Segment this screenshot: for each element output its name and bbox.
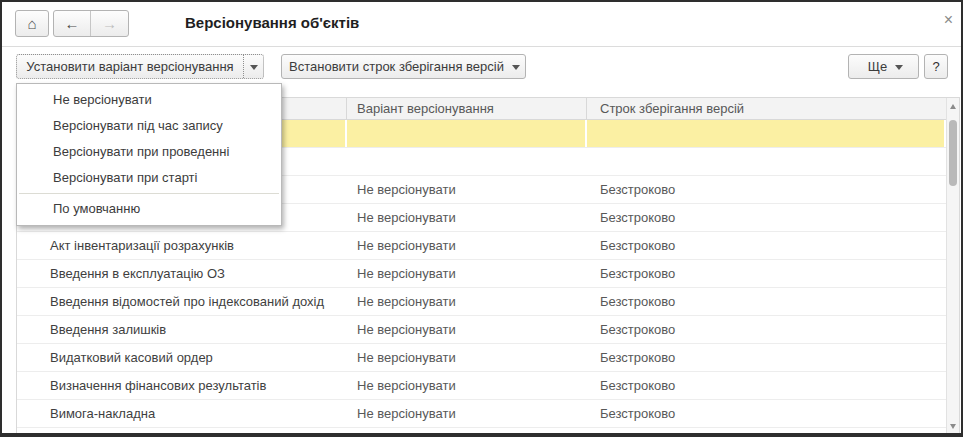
- menu-item[interactable]: Версіонувати при старті: [17, 165, 281, 191]
- close-icon[interactable]: ×: [944, 12, 953, 28]
- set-versioning-variant-button[interactable]: Установити варіант версіонування: [16, 54, 264, 79]
- retention-term-cell: Безстроково: [587, 260, 946, 287]
- table-row[interactable]: Акт інвентаризації розрахунківНе версіон…: [17, 232, 946, 260]
- help-button[interactable]: ?: [924, 54, 948, 79]
- table-row[interactable]: Введення залишківНе версіонуватиБезстрок…: [17, 316, 946, 344]
- menu-item[interactable]: Версіонувати при проведенні: [17, 139, 281, 165]
- table-row[interactable]: Видатковий касовий ордерНе версіонуватиБ…: [17, 344, 946, 372]
- scroll-up-button[interactable]: [947, 99, 959, 114]
- table-row[interactable]: Введення в експлуатацію ОЗНе версіонуват…: [17, 260, 946, 288]
- table-row[interactable]: Визначення фінансових результатівНе верс…: [17, 372, 946, 400]
- versioning-variant-cell: Не версіонувати: [347, 260, 587, 287]
- menu-item[interactable]: Версіонувати під час запису: [17, 113, 281, 139]
- chevron-down-icon: [512, 65, 520, 74]
- object-name-cell: Виробіток НМА: [17, 428, 347, 435]
- object-name-cell: Визначення фінансових результатів: [17, 372, 347, 399]
- versioning-variant-cell: Не версіонувати: [347, 372, 587, 399]
- retention-term-cell: Безстроково: [587, 400, 946, 427]
- home-icon: ⌂: [27, 15, 36, 32]
- versioning-variant-cell: Не версіонувати: [347, 288, 587, 315]
- versioning-variant-cell: [347, 120, 587, 147]
- set-versioning-variant-dropdown[interactable]: [243, 55, 263, 78]
- versioning-variant-cell: Не версіонувати: [347, 204, 587, 231]
- back-arrow-icon: ←: [65, 15, 80, 32]
- forward-arrow-icon: →: [102, 15, 117, 32]
- retention-term-cell: Безстроково: [587, 176, 946, 203]
- object-name-cell: Введення відомостей про індексований дох…: [17, 288, 347, 315]
- triangle-up-icon: [950, 101, 956, 109]
- retention-term-cell: Безстроково: [587, 204, 946, 231]
- versioning-variant-cell: [347, 148, 587, 175]
- versioning-variant-cell: Не версіонувати: [347, 176, 587, 203]
- versioning-variant-menu: Не версіонуватиВерсіонувати під час запи…: [16, 83, 282, 226]
- forward-button[interactable]: →: [91, 11, 128, 36]
- object-name-cell: Вимога-накладна: [17, 400, 347, 427]
- table-row[interactable]: Вимога-накладнаНе версіонуватиБезстроков…: [17, 400, 946, 428]
- set-versioning-variant-label: Установити варіант версіонування: [17, 59, 243, 74]
- set-retention-term-button[interactable]: Встановити строк зберігання версій: [281, 54, 526, 79]
- versioning-window: ⌂ ← → Версіонування об'єктів × Установит…: [0, 0, 963, 437]
- object-name-cell: Введення в експлуатацію ОЗ: [17, 260, 347, 287]
- menu-item[interactable]: По умовчанню: [17, 196, 281, 222]
- page-title: Версіонування об'єктів: [185, 14, 359, 31]
- table-row[interactable]: Введення відомостей про індексований дох…: [17, 288, 946, 316]
- chevron-down-icon: [250, 65, 258, 74]
- versioning-variant-cell: Не версіонувати: [347, 428, 587, 435]
- versioning-variant-cell: Не версіонувати: [347, 400, 587, 427]
- object-name-cell: Видатковий касовий ордер: [17, 344, 347, 371]
- retention-term-cell: [587, 120, 946, 147]
- retention-term-cell: Безстроково: [587, 288, 946, 315]
- retention-term-cell: Безстроково: [587, 428, 946, 435]
- help-label: ?: [932, 59, 939, 74]
- object-name-cell: Акт інвентаризації розрахунків: [17, 232, 347, 259]
- set-retention-term-label: Встановити строк зберігання версій: [281, 59, 512, 74]
- versioning-variant-cell: Не версіонувати: [347, 344, 587, 371]
- more-label: Ще: [860, 59, 895, 74]
- more-button[interactable]: Ще: [848, 54, 919, 79]
- versioning-variant-cell: Не версіонувати: [347, 316, 587, 343]
- scrollbar-thumb[interactable]: [949, 120, 957, 186]
- triangle-down-icon: [950, 424, 956, 432]
- retention-term-cell: Безстроково: [587, 316, 946, 343]
- retention-term-cell: Безстроково: [587, 344, 946, 371]
- versioning-variant-cell: Не версіонувати: [347, 232, 587, 259]
- object-name-cell: Введення залишків: [17, 316, 347, 343]
- vertical-scrollbar[interactable]: [946, 98, 959, 435]
- menu-item[interactable]: Не версіонувати: [17, 87, 281, 113]
- chevron-down-icon: [895, 65, 903, 74]
- back-button[interactable]: ←: [54, 11, 91, 36]
- table-row[interactable]: Виробіток НМАНе версіонуватиБезстроково: [17, 428, 946, 435]
- retention-term-cell: Безстроково: [587, 372, 946, 399]
- menu-separator: [19, 193, 279, 194]
- column-header-retention-term[interactable]: Строк зберігання версій: [587, 98, 959, 119]
- history-nav-group: ← →: [53, 10, 129, 37]
- retention-term-cell: Безстроково: [587, 232, 946, 259]
- retention-term-cell: [587, 148, 946, 175]
- column-header-versioning-variant[interactable]: Варіант версіонування: [347, 98, 587, 119]
- scroll-down-button[interactable]: [947, 419, 959, 434]
- home-button[interactable]: ⌂: [15, 10, 49, 37]
- title-bar: ⌂ ← → Версіонування об'єктів ×: [2, 2, 961, 47]
